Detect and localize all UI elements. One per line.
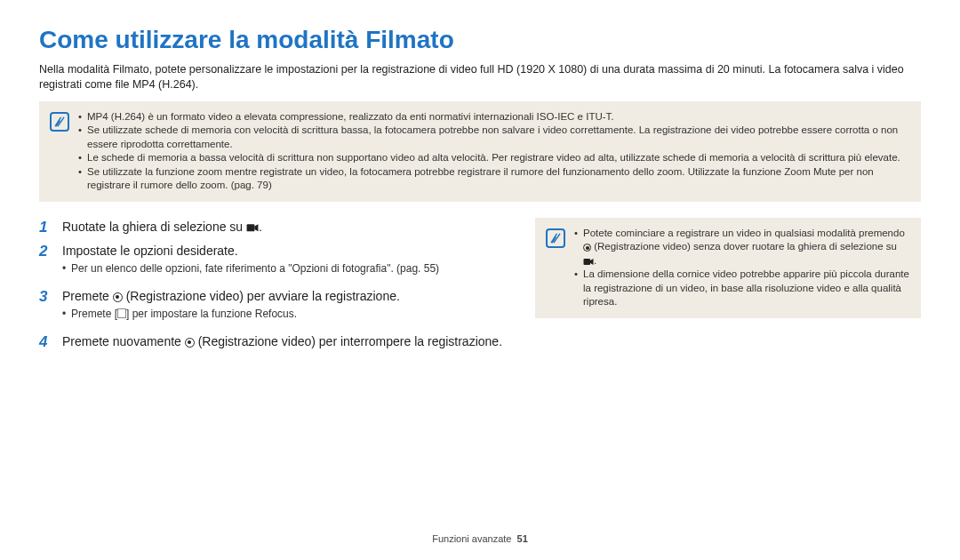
step4-text-a: Premete nuovamente (62, 334, 185, 348)
top-note-box: MP4 (H.264) è un formato video a elevata… (39, 101, 921, 202)
side-note-box: Potete cominciare a registrare un video … (535, 218, 921, 318)
step2-text: Impostate le opzioni desiderate. (62, 244, 238, 258)
step-4: 4 Premete nuovamente (Registrazione vide… (39, 332, 510, 351)
intro-paragraph: Nella modalità Filmato, potete personali… (39, 62, 921, 92)
step-body: Ruotate la ghiera di selezione su . (62, 218, 510, 236)
step-number: 4 (39, 332, 53, 351)
top-note-item: Se utilizzate la funzione zoom mentre re… (78, 165, 910, 193)
step3-sub: Premete [] per impostare la funzione Ref… (62, 307, 510, 322)
step-number: 2 (39, 242, 53, 282)
step3-text-a: Premete (62, 289, 113, 303)
footer-section-label: Funzioni avanzate (432, 533, 511, 544)
page-footer: Funzioni avanzate 51 (0, 532, 960, 546)
top-note-item: MP4 (H.264) è un formato video a elevata… (78, 110, 910, 124)
record-icon (113, 292, 123, 302)
top-note-list: MP4 (H.264) è un formato video a elevata… (78, 110, 910, 193)
steps-column: 1 Ruotate la ghiera di selezione su . 2 … (39, 218, 510, 357)
step1-text-b: . (259, 220, 262, 234)
side-note-list: Potete cominciare a registrare un video … (574, 227, 910, 309)
side-column: Potete cominciare a registrare un video … (535, 218, 921, 357)
svg-rect-0 (247, 224, 255, 231)
top-note-item: Le schede di memoria a bassa velocità di… (78, 151, 910, 165)
step-body: Premete nuovamente (Registrazione video)… (62, 332, 510, 351)
side-note-item: La dimensione della cornice video potreb… (574, 268, 910, 309)
movie-mode-icon (583, 256, 594, 264)
step-number: 1 (39, 218, 53, 236)
step-2: 2 Impostate le opzioni desiderate. Per u… (39, 242, 510, 282)
page-title: Come utilizzare la modalità Filmato (39, 23, 921, 57)
note-icon (50, 112, 69, 132)
step4-text-b: (Registrazione video) per interrompere l… (195, 334, 502, 348)
svg-rect-1 (584, 259, 591, 265)
record-icon (583, 244, 591, 252)
button-placeholder-icon (117, 308, 126, 318)
step-body: Premete (Registrazione video) per avviar… (62, 287, 510, 327)
step3-text-b: (Registrazione video) per avviare la reg… (123, 289, 400, 303)
two-column-layout: 1 Ruotate la ghiera di selezione su . 2 … (39, 218, 921, 357)
step1-text-a: Ruotate la ghiera di selezione su (62, 220, 246, 234)
movie-mode-icon (246, 220, 259, 229)
step-3: 3 Premete (Registrazione video) per avvi… (39, 287, 510, 327)
step-number: 3 (39, 287, 53, 327)
step2-sub: Per un elenco delle opzioni, fate riferi… (62, 261, 510, 276)
top-note-item: Se utilizzate schede di memoria con velo… (78, 124, 910, 151)
step-1: 1 Ruotate la ghiera di selezione su . (39, 218, 510, 236)
page-number: 51 (517, 533, 528, 544)
step-body: Impostate le opzioni desiderate. Per un … (62, 242, 510, 282)
record-icon (185, 338, 195, 348)
note-icon (546, 228, 565, 248)
side-note-item: Potete cominciare a registrare un video … (574, 227, 910, 268)
